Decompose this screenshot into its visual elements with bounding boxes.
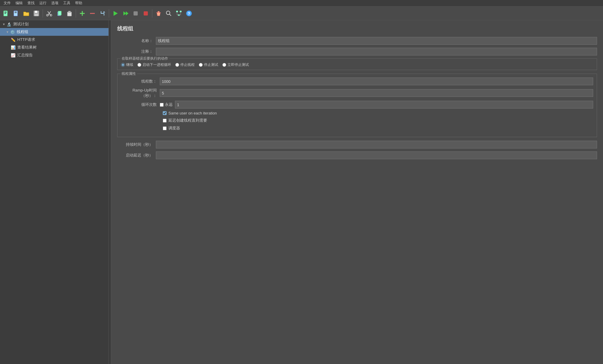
error-action-continue[interactable]: 继续 <box>121 62 133 67</box>
view-results-tree-label: 查看结果树 <box>17 45 37 50</box>
open-button[interactable] <box>21 9 31 18</box>
stop-now-button[interactable] <box>141 9 151 18</box>
menu-tools[interactable]: 工具 <box>61 0 73 6</box>
same-user-row: Same user on each iteration <box>121 111 593 115</box>
svg-rect-26 <box>144 11 148 16</box>
svg-line-30 <box>169 14 171 16</box>
sidebar-item-summary-report[interactable]: 📈 汇总报告 <box>0 51 108 59</box>
comments-input[interactable] <box>156 48 597 55</box>
save-button[interactable] <box>32 9 41 18</box>
error-action-stop-test-radio[interactable] <box>199 63 203 67</box>
menu-help[interactable]: 帮助 <box>73 0 85 6</box>
scheduler-checkbox[interactable] <box>163 126 167 130</box>
toolbar: ? <box>0 7 603 20</box>
svg-rect-5 <box>15 12 17 12</box>
svg-marker-24 <box>126 11 128 16</box>
ramp-up-label: Ramp-Up时间（秒）： <box>121 88 160 98</box>
loop-count-input[interactable] <box>175 101 593 109</box>
remove-button[interactable] <box>88 9 97 18</box>
error-action-stop-thread-radio[interactable] <box>175 63 179 67</box>
svg-text:?: ? <box>188 11 190 16</box>
error-action-continue-radio[interactable] <box>121 63 125 67</box>
thread-count-input[interactable] <box>160 78 593 85</box>
thread-group-icon: ⚙️ <box>10 30 15 34</box>
name-row: 名称： <box>117 37 597 45</box>
comments-row: 注释： <box>117 48 597 55</box>
template-button[interactable] <box>11 9 21 18</box>
add-button[interactable] <box>77 9 87 18</box>
help-button[interactable]: ? <box>184 9 194 18</box>
error-action-start-next-radio[interactable] <box>137 63 141 67</box>
menu-run[interactable]: 运行 <box>37 0 49 6</box>
startup-delay-input[interactable] <box>156 151 597 159</box>
cut-button[interactable] <box>44 9 54 18</box>
clear-button[interactable] <box>154 9 163 18</box>
toolbar-sep-4 <box>152 9 152 18</box>
name-label: 名称： <box>117 38 156 44</box>
test-plan-label: 测试计划 <box>13 21 29 27</box>
svg-marker-21 <box>103 11 105 13</box>
duration-input[interactable] <box>156 141 597 148</box>
svg-rect-2 <box>4 13 7 13</box>
thread-props-group: 线程属性 线程数： Ramp-Up时间（秒）： 循环次数 永远 <box>117 74 597 137</box>
test-plan-arrow: ▼ <box>2 23 5 26</box>
menu-find[interactable]: 查找 <box>25 0 37 6</box>
stop-button[interactable] <box>131 9 140 18</box>
copy-button[interactable] <box>55 9 64 18</box>
svg-rect-25 <box>134 11 138 16</box>
tree-button[interactable] <box>174 9 184 18</box>
error-action-stop-test-now[interactable]: 立即停止测试 <box>222 62 249 67</box>
name-input[interactable] <box>156 37 597 45</box>
thread-props-legend: 线程属性 <box>120 71 137 76</box>
comments-label: 注释： <box>117 49 156 54</box>
menu-file[interactable]: 文件 <box>1 0 13 6</box>
content-area: 线程组 名称： 注释： 在取样器错误后要执行的动作 继续 启动下一进程循环 <box>111 20 603 364</box>
svg-rect-6 <box>15 13 17 13</box>
summary-report-icon: 📈 <box>11 53 15 58</box>
lazy-create-checkbox[interactable] <box>163 119 167 123</box>
run-button[interactable] <box>111 9 120 18</box>
menu-options[interactable]: 选项 <box>49 0 61 6</box>
ramp-up-input[interactable] <box>160 89 593 97</box>
paste-button[interactable] <box>65 9 74 18</box>
thread-group-label: 线程组 <box>17 29 28 35</box>
toggle-button[interactable] <box>98 9 107 18</box>
new-test-plan-button[interactable] <box>1 9 11 18</box>
run-no-pause-button[interactable] <box>121 9 130 18</box>
svg-rect-17 <box>68 11 71 13</box>
error-action-stop-thread[interactable]: 停止线程 <box>175 62 195 67</box>
error-action-start-next[interactable]: 启动下一进程循环 <box>137 62 171 67</box>
lazy-create-label: 延迟创建线程直到需要 <box>168 118 207 123</box>
forever-check-label[interactable]: 永远 <box>160 102 173 107</box>
toolbar-sep-3 <box>109 9 109 18</box>
error-action-stop-test[interactable]: 停止测试 <box>199 62 218 67</box>
error-action-group: 在取样器错误后要执行的动作 继续 启动下一进程循环 停止线程 停止测试 <box>117 58 597 70</box>
svg-rect-8 <box>35 11 37 13</box>
search-button[interactable] <box>164 9 173 18</box>
page-title: 线程组 <box>117 25 597 32</box>
resize-handle[interactable]: ⋮ <box>109 20 111 364</box>
sidebar-item-view-results-tree[interactable]: 📊 查看结果树 <box>0 44 108 51</box>
startup-delay-row: 启动延迟（秒） <box>117 151 597 159</box>
error-action-legend: 在取样器错误后要执行的动作 <box>120 56 169 61</box>
error-action-continue-label: 继续 <box>126 62 133 67</box>
menu-edit[interactable]: 编辑 <box>13 0 25 6</box>
svg-rect-32 <box>180 11 182 12</box>
test-plan-icon: 🔬 <box>7 22 11 27</box>
startup-delay-label: 启动延迟（秒） <box>117 153 156 158</box>
sidebar-item-http-request[interactable]: ✏️ HTTP请求 <box>0 36 108 44</box>
loop-count-row: 循环次数 永远 <box>121 101 593 109</box>
lazy-create-row: 延迟创建线程直到需要 <box>121 118 593 123</box>
main-layout: ▼ 🔬 测试计划 ▼ ⚙️ 线程组 ✏️ HTTP请求 📊 查看结果树 📈 汇总… <box>0 20 603 364</box>
http-request-icon: ✏️ <box>11 38 15 42</box>
svg-rect-31 <box>176 11 178 12</box>
svg-rect-1 <box>4 12 7 12</box>
error-action-stop-test-now-radio[interactable] <box>222 63 226 67</box>
sidebar-item-test-plan[interactable]: ▼ 🔬 测试计划 <box>0 20 108 28</box>
sidebar-item-thread-group[interactable]: ▼ ⚙️ 线程组 <box>0 28 108 36</box>
forever-checkbox[interactable] <box>160 103 164 107</box>
forever-label: 永远 <box>165 102 173 107</box>
toolbar-sep-1 <box>43 9 43 18</box>
summary-report-label: 汇总报告 <box>17 52 33 58</box>
same-user-checkbox[interactable] <box>163 111 167 115</box>
